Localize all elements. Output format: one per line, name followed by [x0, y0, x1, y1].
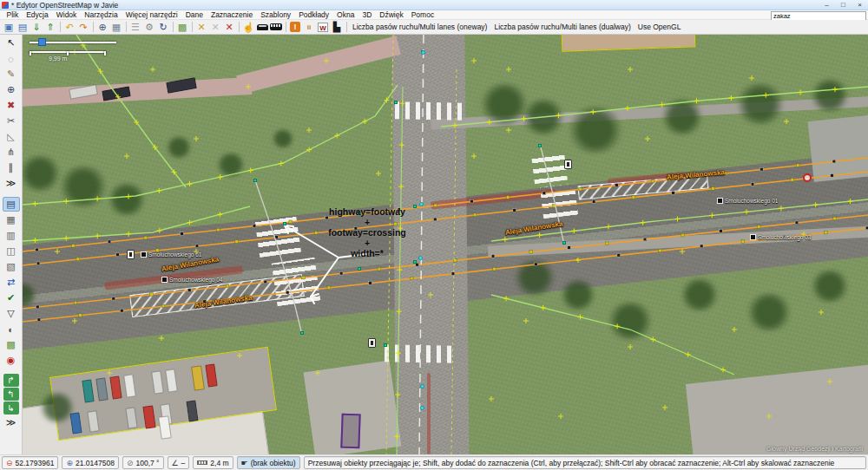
layers-panel-toggle[interactable]: ▤ — [3, 197, 20, 212]
way-node — [513, 209, 516, 212]
gps-point-marker — [506, 67, 511, 72]
imagery-tile-icon[interactable]: ▩ — [175, 21, 189, 34]
scale-label: 9,99 m — [49, 55, 67, 62]
address-node-icon — [141, 251, 147, 258]
connection-node — [413, 260, 417, 264]
improve-accuracy-tool[interactable]: ⋔ — [3, 145, 20, 160]
parallel-way-tool[interactable]: ∥ — [3, 160, 20, 175]
pan-hand-icon[interactable]: ☝ — [241, 21, 255, 34]
toolbar-text-button-0[interactable]: Liczba pasów ruchu/Multi lanes (oneway) — [349, 22, 490, 32]
refresh-icon[interactable]: ↻ — [156, 21, 170, 34]
open-file-icon[interactable]: ▤ — [16, 21, 30, 34]
shortcuts-icon[interactable]: ☰ — [128, 21, 142, 34]
zoom-slider-handle[interactable] — [38, 38, 46, 46]
redo-icon[interactable]: ↷ — [76, 21, 90, 34]
menu-pomoc[interactable]: Pomoc — [407, 10, 437, 20]
delete-tool[interactable]: ✖ — [3, 98, 20, 113]
menu-wi-cej-narz-dzi[interactable]: Więcej narzędzi — [122, 10, 181, 20]
minimize-button[interactable]: – — [819, 0, 835, 10]
tool-sidebar: ↖◌✎⊕✖✂◺⋔∥≫▤▦▥◫▧⇄✔▽◐▩◉↱↰↳≫ — [0, 35, 23, 454]
menu-widok[interactable]: Widok — [52, 10, 81, 20]
close-button[interactable]: × — [852, 0, 868, 10]
rotate-tool-gray-icon[interactable]: ✕ — [208, 21, 222, 34]
gps-point-marker — [376, 171, 381, 176]
upload-data-icon[interactable]: ⇑ — [43, 21, 57, 34]
settings-gear-icon[interactable]: ⚙ — [142, 21, 156, 34]
mappaint-panel-toggle[interactable]: ◐ — [3, 322, 20, 336]
search-input[interactable] — [771, 11, 866, 21]
winter-w-icon[interactable]: W — [316, 21, 330, 34]
way-node — [579, 187, 582, 191]
selection-panel-toggle[interactable]: ▥ — [3, 228, 20, 243]
select-tool[interactable]: ↖ — [3, 36, 20, 50]
address-node-icon — [161, 277, 168, 283]
toolbar-text-button-2[interactable]: Use OpenGL — [635, 22, 685, 32]
gps-point-marker — [847, 199, 852, 204]
gps-point-marker — [503, 237, 508, 242]
way-node — [757, 225, 760, 229]
menu-szablony[interactable]: Szablony — [257, 10, 295, 20]
gps-point-marker — [556, 113, 561, 118]
split-way-tool[interactable]: ✂ — [3, 114, 20, 128]
gps-point-marker — [798, 89, 803, 95]
toolbar-text-button-1[interactable]: Liczba pasów ruchu/Multi lanes (dualway) — [490, 22, 634, 32]
pedestrian-crossing-icon[interactable]: ii — [302, 21, 316, 34]
filter-panel-toggle[interactable]: ▽ — [3, 306, 20, 321]
preferences-icon[interactable]: ▦ — [109, 21, 123, 34]
download-data-icon[interactable]: ⇓ — [30, 21, 43, 34]
menu-d-wi-k[interactable]: Dźwięk — [376, 10, 407, 20]
undo-icon[interactable]: ↶ — [62, 21, 76, 34]
lasso-tool[interactable]: ◌ — [3, 51, 20, 66]
validator-panel-toggle[interactable]: ✔ — [3, 290, 20, 305]
way-node — [833, 217, 837, 220]
way-node — [470, 199, 474, 203]
menu-podk-ady[interactable]: Podkłady — [295, 10, 333, 20]
rotate-tool-red-icon[interactable]: ✕ — [222, 21, 236, 34]
minimap-toggle[interactable]: ▩ — [3, 337, 20, 352]
zoom-to-selection-icon[interactable]: ⊕ — [95, 21, 109, 34]
rotate-tool-yellow-icon[interactable]: ✕ — [194, 21, 208, 34]
map-canvas[interactable]: Aleja WilanowskaAleja WilanowskaAleja Wi… — [23, 35, 868, 454]
gps-point-marker — [625, 106, 630, 111]
more-panels[interactable]: ≫ — [3, 415, 20, 430]
way-node — [791, 179, 794, 182]
draw-node-tool[interactable]: ✎ — [3, 67, 20, 82]
way-node — [36, 248, 39, 251]
gps-point-marker — [558, 414, 563, 419]
way-node — [659, 249, 662, 252]
way-node — [741, 240, 745, 244]
tags-panel-toggle[interactable]: ▦ — [3, 212, 20, 227]
menu-edycja[interactable]: Edycja — [23, 10, 53, 20]
warning-sign-icon[interactable]: ! — [288, 21, 302, 34]
menu-3d[interactable]: 3D — [358, 10, 376, 20]
zoom-tool[interactable]: ⊕ — [3, 82, 20, 97]
gps-point-marker — [397, 309, 402, 314]
properties-panel-toggle[interactable]: ▧ — [3, 259, 20, 274]
menu-zaznaczenie[interactable]: Zaznaczenie — [207, 10, 256, 20]
way-node — [617, 253, 621, 257]
angle-tool[interactable]: ◺ — [3, 129, 20, 144]
gps-point-marker — [452, 122, 457, 127]
more-tools[interactable]: ≫ — [3, 176, 20, 191]
bus-icon[interactable] — [269, 21, 283, 34]
turn-restriction-a[interactable]: ↱ — [3, 374, 19, 387]
transport-stop-icon — [127, 250, 135, 259]
conflicts-panel-toggle[interactable]: ⇄ — [3, 275, 20, 290]
way-node — [592, 200, 595, 204]
menu-dane[interactable]: Dane — [181, 10, 207, 20]
new-layer-icon[interactable]: ▣ — [2, 21, 16, 34]
way-node — [796, 164, 799, 167]
no-entry-icon — [803, 173, 812, 182]
maximize-button[interactable]: □ — [835, 0, 852, 10]
menu-plik[interactable]: Plik — [3, 10, 23, 20]
menu-narz-dzia[interactable]: Narzędzia — [81, 10, 122, 20]
menu-okna[interactable]: Okna — [333, 10, 358, 20]
car-icon[interactable] — [255, 21, 269, 34]
turn-restriction-c[interactable]: ↳ — [3, 401, 19, 415]
gps-point-marker — [32, 201, 37, 206]
factory-icon[interactable]: ▙ — [330, 21, 344, 34]
gps-marker-tool[interactable]: ◉ — [3, 353, 20, 368]
turn-restriction-b[interactable]: ↰ — [3, 388, 19, 401]
relations-panel-toggle[interactable]: ◫ — [3, 244, 20, 258]
map-way — [491, 295, 734, 375]
